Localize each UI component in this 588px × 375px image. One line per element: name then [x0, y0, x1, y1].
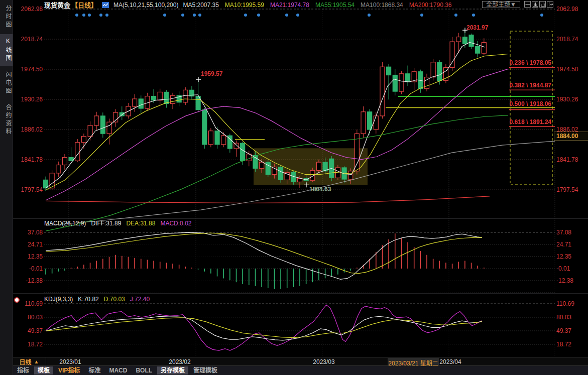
ma-settings-label: MA(5,10,21,55,100,200) — [113, 2, 178, 9]
ma-values-group: MA5:2007.35MA10:1995.59MA21:1974.78MA55:… — [183, 2, 451, 9]
price-label-right: 1841.78 — [556, 156, 578, 163]
price-label-left: 1886.02 — [14, 126, 43, 133]
kdj-label-right: 18.72 — [556, 341, 571, 348]
chart-header: 现货黄金 【日线】 MA(5,10,21,55,100,200) MA5:200… — [13, 0, 588, 10]
kdj-name: KDJ(9,3,3) — [44, 296, 73, 303]
header-toolbar-icons — [524, 1, 553, 8]
toolbar-tab-7[interactable]: 管理模板 — [190, 366, 221, 374]
toolbar-tab-0[interactable]: 指标 — [14, 366, 33, 374]
period-selector[interactable]: 日线 ▲ — [13, 357, 46, 366]
kdj-label-left: 18.72 — [14, 341, 43, 348]
macd-label-left: 37.08 — [14, 229, 43, 236]
ma-value-4: MA100:1868.34 — [361, 2, 403, 9]
kdj-header: KDJ(9,3,3) K:70.82 D:70.03 J:72.40 — [44, 296, 150, 303]
ma-value-5: MA200:1790.36 — [409, 2, 452, 9]
month-label-3: 2023/04 — [439, 358, 461, 365]
period-tag: 【日线】 — [71, 0, 97, 10]
ma-lines-layer — [46, 42, 555, 231]
month-label-1: 2023/02 — [169, 358, 190, 365]
date-axis: 日线 ▲ 2023/012023/022023/032023/04 2023/0… — [0, 357, 588, 366]
macd-label-left: -0.01 — [14, 265, 43, 272]
price-label-right: 1974.50 — [556, 66, 578, 73]
sidebar-tab-1[interactable]: K线图 — [0, 34, 13, 66]
scale-y-icon[interactable] — [539, 1, 546, 8]
fib-level-label-3: 0.618 \ 1891.24 — [505, 118, 551, 126]
chart-canvas[interactable] — [0, 0, 588, 375]
kdj-label-right: 110.69 — [556, 300, 574, 307]
macd-diff-value: DIFF:31.89 — [91, 220, 121, 227]
toolbar-tab-6[interactable]: 另存模板 — [157, 366, 188, 374]
fib-level-label-0: 0.236 \ 1978.05 — [505, 59, 551, 66]
macd-dea-value: DEA:31.88 — [126, 220, 155, 227]
price-label-right: 1797.54 — [556, 186, 578, 193]
kdj-k-value: K:70.82 — [78, 296, 98, 303]
selected-date-badge: 2023/03/21 星期二 — [388, 358, 439, 366]
theme-dropdown-button[interactable]: 全部主题▼ — [482, 1, 520, 8]
ma-value-0: MA5:2007.35 — [183, 2, 218, 9]
macd-label-left: -12.38 — [14, 277, 43, 284]
peak-price-label: 1959.57 — [201, 70, 222, 77]
macd-label-right: 37.08 — [556, 229, 571, 236]
kdj-label-right: 49.37 — [556, 327, 571, 334]
ma-value-2: MA21:1974.78 — [270, 2, 309, 9]
sidebar-tab-3[interactable]: 合约资料 — [0, 100, 13, 140]
toolbar-tab-4[interactable]: MACD — [105, 366, 131, 374]
kdj-label-left: 49.37 — [14, 327, 43, 334]
price-label-left: 1841.78 — [14, 156, 43, 163]
price-label-left: 1930.26 — [14, 96, 43, 103]
macd-label-right: -0.01 — [556, 265, 570, 272]
toolbar-tab-2[interactable]: VIP指标 — [55, 366, 83, 374]
price-label-right: 2018.74 — [556, 36, 578, 43]
period-label: 日线 — [20, 357, 32, 366]
pan-icon[interactable] — [524, 1, 531, 8]
kdj-j-value: J:72.40 — [130, 296, 150, 303]
macd-macd-value: MACD:0.02 — [160, 220, 191, 227]
month-label-2: 2023/03 — [313, 358, 334, 365]
toolbar-tab-3[interactable]: 标准 — [85, 366, 104, 374]
trading-terminal: 分时图K线图闪电图合约资料 现货黄金 【日线】 MA(5,10,21,55,10… — [0, 0, 588, 375]
price-label-left: 1974.50 — [14, 66, 43, 73]
toolbar-tab-5[interactable]: BOLL — [132, 366, 156, 374]
ma-value-3: MA55:1905.54 — [315, 2, 355, 9]
macd-label-right: 12.35 — [556, 253, 571, 260]
template-toolbar: 指标模板VIP指标标准MACDBOLL另存模板管理模板 — [0, 366, 588, 375]
kdj-indicator-icon[interactable] — [14, 297, 20, 303]
ma-value-1: MA10:1995.59 — [225, 2, 264, 9]
fib-level-label-2: 0.500 \ 1918.06 — [505, 100, 551, 107]
sidebar-tab-2[interactable]: 闪电图 — [0, 68, 13, 99]
kdj-layer — [46, 305, 482, 350]
kdj-d-value: D:70.03 — [104, 296, 125, 303]
high-price-label: 2031.97 — [466, 24, 488, 31]
toolbar-tab-1[interactable]: 模板 — [34, 366, 53, 374]
macd-name: MACD(26,12,9) — [44, 220, 86, 227]
symbol-title: 现货黄金 — [44, 0, 70, 10]
macd-label-left: 24.71 — [14, 241, 43, 248]
kdj-label-left: 80.03 — [14, 314, 43, 321]
price-label-right: 1930.26 — [556, 96, 578, 103]
fib-level-label-1: 0.382 \ 1944.87 — [505, 82, 551, 89]
scale-x-icon[interactable] — [532, 1, 538, 8]
event-dots-layer — [75, 14, 543, 17]
price-axis-badge: 1884.00 — [554, 132, 588, 141]
price-label-left: 2018.74 — [14, 36, 43, 43]
panel-separators — [13, 218, 588, 294]
page-right-icon[interactable] — [547, 1, 553, 8]
macd-header: MACD(26,12,9) DIFF:31.89 DEA:31.88 MACD:… — [44, 220, 191, 227]
macd-label-right: -12.38 — [556, 277, 573, 284]
period-arrow-icon: ▲ — [34, 359, 39, 364]
month-label-0: 2023/01 — [59, 358, 81, 365]
price-label-left: 1797.54 — [14, 186, 43, 193]
left-sidebar: 分时图K线图闪电图合约资料 — [0, 0, 13, 375]
low-price-label: 1804.63 — [309, 186, 331, 193]
candle-chart-icon — [102, 2, 109, 8]
macd-label-left: 12.35 — [14, 253, 43, 260]
sidebar-tab-0[interactable]: 分时图 — [0, 2, 13, 33]
kdj-label-right: 80.03 — [556, 314, 571, 321]
macd-label-right: 24.71 — [556, 241, 571, 248]
